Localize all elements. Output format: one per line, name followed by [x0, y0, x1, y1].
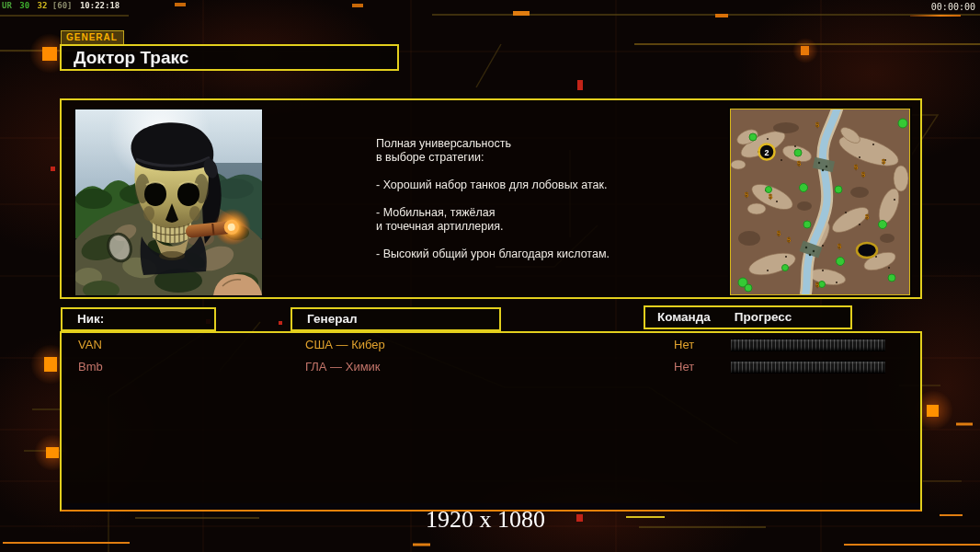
player-team: Нет [674, 360, 694, 374]
minimap: $ $ $ $ $ $ $ $ $ $ $ $ 2 [730, 109, 910, 295]
players-panel: VAN США — Кибер Нет Bmb ГЛА — Химик Нет [60, 331, 922, 512]
general-tab-label: GENERAL [61, 30, 124, 44]
general-info-panel: Полная универсальность в выборе стратеги… [60, 98, 922, 299]
game-lobby-screen: UR 30 32 [60] 10:22:18 00:00:00 GENERAL … [0, 0, 980, 552]
minimap-image: $ $ $ $ $ $ $ $ $ $ $ $ 2 [731, 109, 909, 294]
player-nick: VAN [78, 338, 102, 351]
player-nick: Bmb [78, 360, 103, 374]
player-progress-bar [731, 339, 885, 351]
player-row: VAN США — Кибер Нет [62, 338, 920, 356]
fps-counter: 32 [38, 1, 48, 10]
column-header-nick-label: Ник: [77, 312, 104, 326]
player-general: США — Кибер [305, 338, 385, 351]
timer-underline-decoration [910, 15, 961, 17]
column-header-progress-label: Прогресс [735, 307, 792, 328]
general-portrait [74, 109, 263, 296]
general-description: Полная универсальность в выборе стратеги… [376, 137, 679, 261]
player-row: Bmb ГЛА — Химик Нет [62, 360, 920, 378]
connection-indicator: UR [2, 1, 12, 10]
svg-text:2: 2 [764, 148, 769, 157]
dr-thrax-portrait-image [75, 109, 262, 295]
system-clock: 10:22:18 [80, 1, 120, 10]
gentool-debug-overlay: UR 30 32 [60] 10:22:18 [2, 1, 122, 10]
start-position-oval [857, 243, 877, 258]
column-header-nick: Ник: [61, 307, 216, 331]
column-header-general-label: Генерал [307, 312, 357, 326]
column-header-general: Генерал [291, 307, 501, 331]
column-header-team-label: Команда [657, 307, 711, 328]
start-position-marker: 2 [759, 144, 775, 160]
player-general: ГЛА — Химик [305, 360, 381, 374]
player-team: Нет [674, 338, 694, 351]
player-progress-bar [731, 361, 885, 374]
column-header-team-progress: Команда Прогресс [644, 305, 852, 329]
rate-value: 30 [19, 1, 29, 10]
fps-cap: [60] [52, 1, 73, 10]
resolution-label: 1920 x 1080 [0, 506, 971, 534]
general-name-title: Доктор Тракс [60, 44, 399, 71]
match-timer: 00:00:00 [931, 2, 975, 12]
